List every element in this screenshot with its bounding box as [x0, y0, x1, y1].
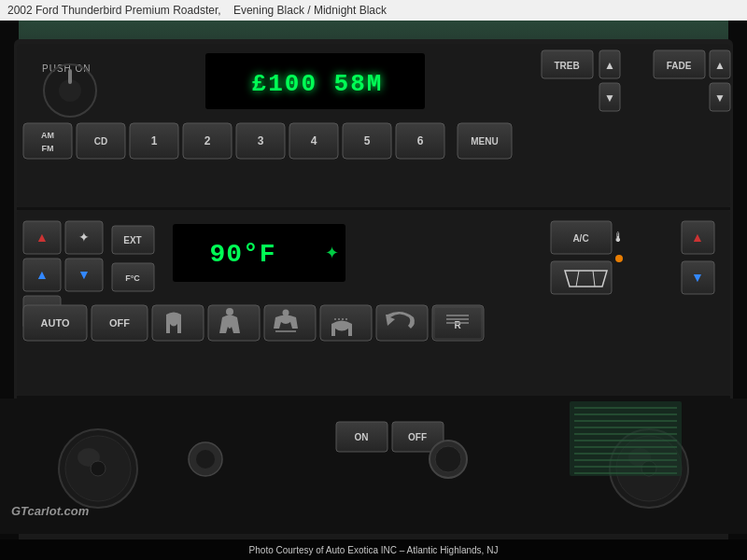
svg-point-109 [196, 450, 215, 469]
svg-text:R: R [454, 320, 461, 330]
dashboard-image: £100 58M TREB ▲ FADE ▲ ▼ ▼ PUSH ON AM [0, 21, 747, 539]
svg-text:▼: ▼ [714, 91, 726, 105]
svg-rect-84 [376, 305, 428, 341]
svg-text:£100 58M: £100 58M [252, 70, 384, 98]
svg-text:2: 2 [204, 134, 211, 147]
svg-text:F°C: F°C [125, 273, 140, 283]
svg-point-97 [91, 461, 106, 476]
svg-text:▲: ▲ [35, 230, 49, 245]
svg-rect-44 [17, 207, 730, 210]
svg-text:6: 6 [417, 134, 424, 147]
svg-text:🌡: 🌡 [612, 230, 625, 245]
header-bar: 2002 Ford Thunderbird Premium Roadster, … [0, 0, 747, 21]
svg-text:▲: ▲ [35, 267, 49, 282]
svg-text:AUTO: AUTO [41, 317, 70, 329]
svg-text:90°F: 90°F [209, 240, 275, 269]
svg-text:▲: ▲ [604, 59, 615, 72]
svg-text:A/C: A/C [572, 233, 588, 244]
svg-point-66 [615, 255, 623, 262]
svg-text:FM: FM [42, 144, 54, 153]
svg-point-107 [435, 446, 461, 472]
svg-rect-81 [264, 305, 316, 341]
svg-text:OFF: OFF [408, 432, 427, 442]
svg-text:CD: CD [94, 136, 107, 147]
svg-text:OFF: OFF [109, 317, 130, 329]
svg-text:AM: AM [41, 131, 54, 140]
svg-rect-69 [551, 261, 612, 294]
svg-text:3: 3 [258, 134, 264, 147]
svg-text:4: 4 [311, 134, 317, 147]
svg-point-82 [283, 310, 289, 316]
svg-text:▼: ▼ [691, 270, 704, 285]
svg-text:TREB: TREB [554, 61, 579, 71]
svg-rect-24 [68, 69, 72, 84]
photo-credit-text: Photo Courtesy of Auto Exotica INC – Atl… [249, 545, 499, 555]
photo-credit-bar: Photo Courtesy of Auto Exotica INC – Atl… [0, 539, 747, 560]
svg-text:▲: ▲ [714, 59, 726, 72]
svg-text:▲: ▲ [691, 230, 704, 245]
svg-text:1: 1 [151, 134, 158, 147]
svg-text:▼: ▼ [78, 267, 91, 282]
svg-rect-25 [23, 123, 72, 159]
svg-rect-91 [17, 396, 730, 399]
svg-text:✦: ✦ [325, 244, 339, 262]
svg-text:EXT: EXT [123, 235, 141, 245]
svg-rect-111 [570, 401, 682, 476]
dashboard-svg: £100 58M TREB ▲ FADE ▲ ▼ ▼ PUSH ON AM [0, 21, 747, 539]
svg-text:✦: ✦ [78, 230, 90, 245]
svg-text:MENU: MENU [471, 136, 498, 147]
svg-text:▼: ▼ [604, 91, 615, 105]
page-title: 2002 Ford Thunderbird Premium Roadster, … [7, 4, 387, 17]
svg-point-80 [226, 308, 233, 315]
svg-text:5: 5 [364, 134, 371, 147]
svg-text:FADE: FADE [667, 61, 692, 71]
svg-text:ON: ON [355, 432, 369, 442]
svg-text:GTcarlot.com: GTcarlot.com [11, 504, 90, 518]
